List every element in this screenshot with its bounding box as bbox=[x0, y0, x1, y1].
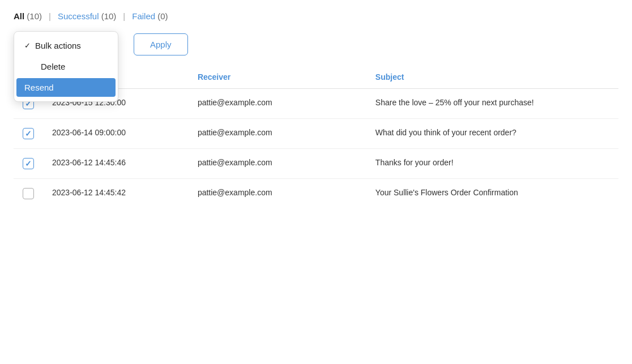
separator-1: | bbox=[49, 11, 51, 21]
table-cell-date: 2023-06-14 09:00:00 bbox=[43, 119, 189, 149]
table-cell-checkbox bbox=[14, 119, 43, 149]
table-cell-subject: Thanks for your order! bbox=[366, 149, 618, 179]
dropdown-item-resend-label: Resend bbox=[24, 83, 54, 92]
dropdown-item-delete-label: Delete bbox=[41, 62, 65, 71]
row-checkbox-2[interactable] bbox=[23, 158, 34, 169]
row-checkbox-3[interactable] bbox=[23, 188, 34, 199]
filter-tab-successful[interactable]: Successful (10) bbox=[58, 11, 116, 21]
dropdown-item-delete[interactable]: Delete bbox=[14, 56, 118, 77]
table-cell-subject: Share the love – 25% off your next purch… bbox=[366, 89, 618, 119]
table-body: 2023-06-15 12:30:00pattie@example.comSha… bbox=[14, 89, 618, 209]
apply-button[interactable]: Apply bbox=[134, 33, 188, 55]
toolbar: ✓ Bulk actions Delete Resend Apply bbox=[14, 31, 618, 55]
successful-label: Successful bbox=[58, 11, 99, 21]
filter-tabs: All (10) | Successful (10) | Failed (0) bbox=[14, 11, 618, 21]
col-header-subject: Subject bbox=[366, 66, 618, 89]
checkmark-icon: ✓ bbox=[24, 41, 31, 50]
page-wrapper: All (10) | Successful (10) | Failed (0) … bbox=[0, 0, 632, 364]
filter-tab-failed[interactable]: Failed (0) bbox=[132, 11, 168, 21]
successful-count: (10) bbox=[101, 11, 117, 21]
row-checkbox-1[interactable] bbox=[23, 128, 34, 139]
table-cell-receiver: pattie@example.com bbox=[189, 179, 366, 209]
bulk-actions-dropdown-menu: ✓ Bulk actions Delete Resend bbox=[14, 31, 118, 102]
table-cell-receiver: pattie@example.com bbox=[189, 119, 366, 149]
failed-label: Failed bbox=[132, 11, 155, 21]
col-header-receiver: Receiver bbox=[189, 66, 366, 89]
all-label: All bbox=[14, 11, 24, 21]
table-cell-checkbox bbox=[14, 149, 43, 179]
table-cell-checkbox bbox=[14, 179, 43, 209]
table-cell-date: 2023-06-12 14:45:46 bbox=[43, 149, 189, 179]
table-cell-subject: What did you think of your recent order? bbox=[366, 119, 618, 149]
table-cell-subject: Your Sullie's Flowers Order Confirmation bbox=[366, 179, 618, 209]
table-row: 2023-06-12 14:45:42pattie@example.comYou… bbox=[14, 179, 618, 209]
filter-tab-all[interactable]: All (10) bbox=[14, 11, 42, 21]
dropdown-item-bulk-actions[interactable]: ✓ Bulk actions bbox=[14, 35, 118, 56]
dropdown-item-resend[interactable]: Resend bbox=[16, 78, 116, 97]
table-cell-date: 2023-06-12 14:45:42 bbox=[43, 179, 189, 209]
table-cell-receiver: pattie@example.com bbox=[189, 89, 366, 119]
table-cell-receiver: pattie@example.com bbox=[189, 149, 366, 179]
table-row: 2023-06-14 09:00:00pattie@example.comWha… bbox=[14, 119, 618, 149]
all-count: (10) bbox=[27, 11, 42, 21]
failed-count: (0) bbox=[157, 11, 168, 21]
table-row: 2023-06-12 14:45:46pattie@example.comTha… bbox=[14, 149, 618, 179]
dropdown-item-bulk-actions-label: Bulk actions bbox=[35, 41, 81, 50]
separator-2: | bbox=[123, 11, 125, 21]
